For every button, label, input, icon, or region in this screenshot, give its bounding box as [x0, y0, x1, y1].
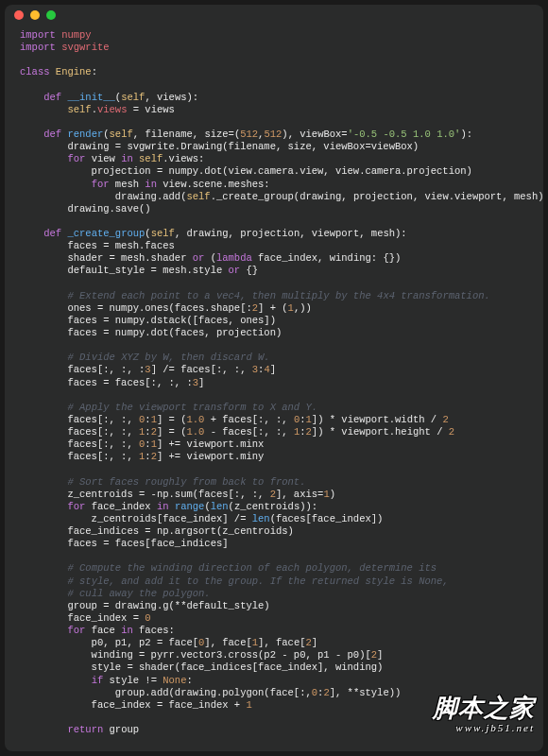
titlebar — [5, 5, 543, 26]
zoom-icon[interactable] — [46, 10, 56, 20]
code-area: import numpy import svgwrite class Engin… — [5, 26, 543, 744]
watermark: 脚本之家 www.jb51.net — [433, 694, 535, 735]
minimize-icon[interactable] — [30, 10, 40, 20]
editor-window: import numpy import svgwrite class Engin… — [5, 5, 543, 751]
watermark-url: www.jb51.net — [433, 722, 535, 735]
watermark-title: 脚本之家 — [433, 694, 535, 725]
close-icon[interactable] — [14, 10, 24, 20]
